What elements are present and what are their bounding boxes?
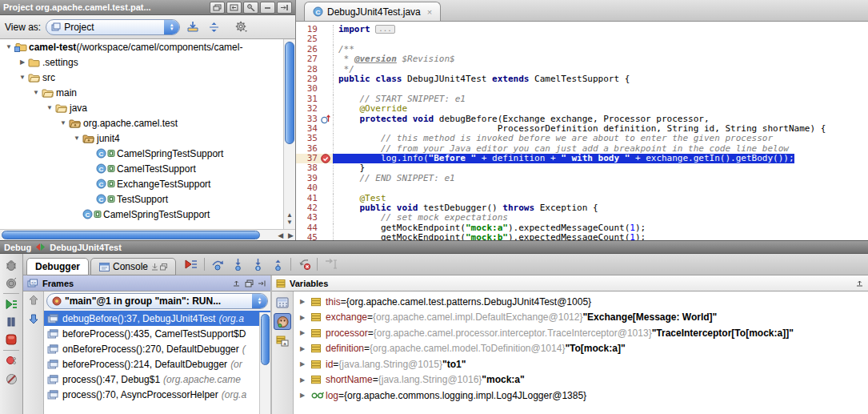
tree-item[interactable]: ▼main [0,85,295,100]
run-to-cursor-icon[interactable] [323,257,338,271]
frame-up-icon[interactable] [28,295,39,307]
restore-pane-icon[interactable] [232,279,241,287]
expand-triangle-icon[interactable]: ▶ [294,298,311,305]
tree-expand-icon[interactable]: ▼ [71,135,82,142]
tree-horizontal-scrollbar[interactable]: ◀▶ [0,229,295,240]
tab-close-icon[interactable]: × [427,7,432,17]
tab-debugger[interactable]: Debugger [26,258,89,275]
tree-item[interactable]: ▼src [0,70,295,85]
code-editor[interactable]: 19import ...25 26/**27 * @version $Revis… [296,22,868,240]
debug-bug-icon[interactable] [2,274,21,291]
stop-process-icon[interactable] [2,331,21,348]
code-token: * [338,54,354,64]
force-step-into-icon[interactable]: i [250,257,265,271]
view-breakpoints-icon[interactable] [2,352,21,370]
pop-frame-icon[interactable] [297,257,311,271]
tree-item[interactable]: ▼org.apache.camel.test [0,115,295,131]
float-pane-icon[interactable] [245,279,254,287]
variable-row[interactable]: ▶exchange = {org.apache.camel.impl.Defau… [294,310,868,326]
pin-tab-icon[interactable] [151,263,158,271]
gutter-space [320,34,333,44]
step-into-icon[interactable] [230,257,245,271]
code-token: 1 [630,223,635,233]
thread-select[interactable]: "main"@1 in group "main": RUN... ▲▼ [46,293,268,309]
stack-frame-icon [47,375,59,384]
expand-triangle-icon[interactable]: ▶ [294,314,311,321]
code-token: $Revision$ [397,54,455,64]
settings-gear-icon[interactable] [233,19,249,35]
view-mode-select[interactable]: Project ▲▼ [46,19,180,35]
collapse-all-icon[interactable] [206,19,222,35]
tree-item[interactable]: CCamelTestSupport [0,161,295,176]
resume-program-icon[interactable] [2,295,21,313]
frame-down-icon[interactable] [28,314,39,327]
project-tree[interactable]: ▼camel-test (/workspace/camel/components… [0,39,295,240]
tree-item[interactable]: ▼camel-test (/workspace/camel/components… [0,39,295,54]
folded-imports-icon[interactable]: ... [375,25,394,34]
override-icon[interactable] [320,115,333,124]
float-tab-icon[interactable] [160,263,167,271]
line-number: 45 [296,233,320,240]
tree-item[interactable]: ▼java [0,100,295,115]
variable-row[interactable]: ▶id = {java.lang.String@1015}"to1" [294,356,868,372]
minimize-icon[interactable] [260,2,275,14]
tree-item[interactable]: CExchangeTestSupport [0,176,295,191]
tree-item[interactable]: CCamelSpringTestSupport [0,207,295,222]
tree-expand-icon[interactable]: ▼ [3,43,14,50]
autoscroll-to-source-icon[interactable] [185,19,201,35]
variable-type-ref: {org.apache.camel.processor.interceptor.… [374,328,652,339]
tree-item[interactable]: CTestSupport [0,191,295,207]
auto-variables-mode-icon[interactable]: a [274,332,291,349]
frame-row[interactable]: debugBefore():37, DebugJUnit4Test (org.a [44,311,270,326]
tab-console[interactable]: Console [90,258,176,275]
variable-row[interactable]: ▶shortName = {java.lang.String@1016}"moc… [294,372,868,388]
variable-row[interactable]: ▶this = {org.apache.camel.test.patterns.… [294,294,868,310]
frames-scrollbar[interactable] [259,312,270,414]
tree-expand-icon[interactable]: ▶ [17,58,28,66]
rerun-bug-icon[interactable] [2,256,21,274]
variable-row[interactable]: ▶processor = {org.apache.camel.processor… [294,325,868,341]
expand-triangle-icon[interactable]: ▶ [294,392,311,399]
evaluate-expression-icon[interactable] [274,294,291,311]
expand-triangle-icon[interactable]: ▶ [294,329,311,336]
mute-breakpoints-icon[interactable] [2,370,21,388]
scroll-from-source-icon[interactable] [226,2,242,14]
tree-expand-icon[interactable]: ▼ [58,119,69,127]
expand-triangle-icon[interactable]: ▶ [294,376,311,384]
pause-program-icon[interactable] [2,313,21,331]
variables-list[interactable]: ▶this = {org.apache.camel.test.patterns.… [294,291,868,414]
frame-row[interactable]: process():47, Debug$1 (org.apache.came [44,372,270,387]
step-over-icon[interactable] [210,257,225,271]
tree-item[interactable]: CCamelSpringTestSupport [0,146,295,161]
tree-item[interactable]: ▶.settings [0,54,295,70]
frame-row[interactable]: beforeProcess():214, DefaultDebugger (or [44,356,270,372]
tree-item[interactable]: ▼junit4 [0,131,295,146]
pin-icon[interactable] [243,2,258,14]
tree-expand-icon[interactable]: ▼ [17,74,28,81]
tree-vertical-scrollbar[interactable]: ▲▼ [283,39,295,229]
expand-triangle-icon[interactable]: ▶ [294,345,311,352]
show-execution-point-icon[interactable] [184,257,198,271]
step-out-icon[interactable] [270,257,285,271]
frame-row[interactable]: beforeProcess():435, CamelTestSupport$D [44,326,270,341]
restore-variables-pane-icon[interactable] [855,279,864,287]
frames-list[interactable]: debugBefore():37, DebugJUnit4Test (org.a… [44,311,270,414]
console-icon [99,263,110,271]
variable-value: "To[mock:a]" [565,343,625,354]
expand-triangle-icon[interactable]: ▶ [294,360,311,368]
editor-tab[interactable]: C DebugJUnit4Test.java × [304,2,441,21]
frame-row[interactable]: process():70, AsyncProcessorHelper (org.… [44,387,270,402]
watch-mode-icon[interactable] [274,313,291,330]
variable-row[interactable]: ▶log = {org.apache.commons.logging.impl.… [294,388,868,404]
code-token: // set mock expectations [338,212,508,223]
hide-pane-icon[interactable] [258,279,266,287]
breakpoint-icon[interactable] [320,154,333,163]
tree-expand-icon[interactable]: ▼ [30,89,42,96]
project-title: Project org.apache.camel.test.pat... [3,2,151,12]
float-window-icon[interactable] [210,2,225,14]
hide-panel-icon[interactable] [277,2,292,14]
frame-row[interactable]: onBeforeProcess():270, DefaultDebugger ( [44,341,270,356]
svg-text:C: C [99,166,104,173]
variable-row[interactable]: ▶definition = {org.apache.camel.model.To… [294,341,868,357]
tree-expand-icon[interactable]: ▼ [44,104,55,111]
